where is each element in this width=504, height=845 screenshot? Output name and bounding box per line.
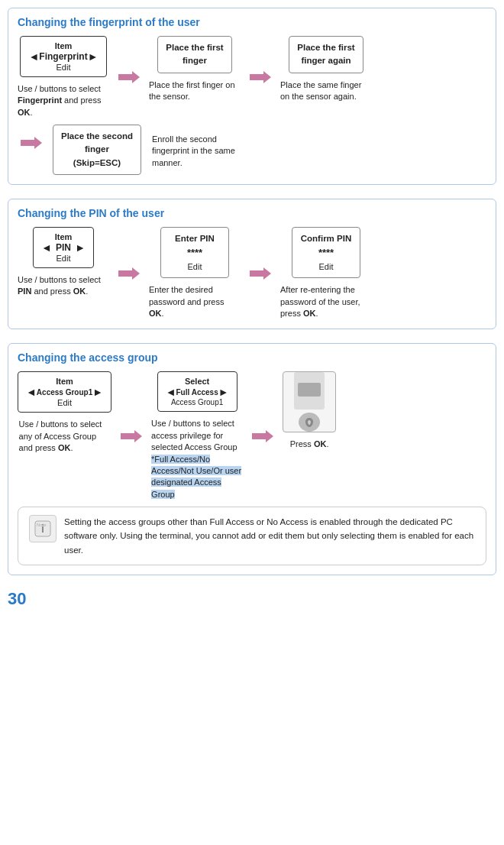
- pin-title: Changing the PIN of the user: [18, 207, 486, 219]
- pin-section: Changing the PIN of the user Item ◄ PIN …: [8, 199, 496, 329]
- access-title: Changing the access group: [18, 351, 486, 364]
- access-select-box: Select ◄ Full Access ► Access Group1: [157, 371, 237, 412]
- fingerprint-item-box: Item ◄ Fingerprint ► Edit: [20, 36, 106, 77]
- svg-marker-2: [21, 137, 42, 149]
- access-section: Changing the access group Item ◄ Access …: [8, 343, 496, 575]
- access-arrow1: [119, 427, 144, 445]
- fp-arrow2: [248, 68, 273, 86]
- fp-place2-line2: finger again: [301, 56, 351, 65]
- pin-enter-mid: ****: [169, 245, 221, 261]
- access-arrow2: [250, 427, 275, 445]
- access-step2: Select ◄ Full Access ► Access Group1 Use…: [151, 371, 243, 500]
- fp-place-box2: Place the first finger again: [289, 36, 363, 73]
- pin-confirm-mid: ****: [300, 245, 352, 261]
- pin-box1-top: Item: [41, 232, 86, 241]
- fp-box1-top: Item: [28, 41, 98, 50]
- fp-step2-desc: Place the first finger on the sensor.: [149, 79, 241, 103]
- fp-place-line1: Place the first: [166, 43, 223, 52]
- pin-confirm-bot: Edit: [300, 261, 352, 274]
- fp-box1-arrows: ◄ Fingerprint ►: [28, 50, 98, 63]
- pin-confirm-top: Confirm PIN: [300, 232, 352, 245]
- access-box2-top: Select: [166, 377, 229, 386]
- fingerprint-step2: Place the first finger Place the first f…: [149, 36, 241, 102]
- pin-step2-desc: Enter the desired password and press OK.: [149, 284, 241, 319]
- pin-step1: Item ◄ PIN ► Edit Use / buttons to selec…: [18, 227, 109, 298]
- pin-box1-bottom: Edit: [41, 254, 86, 263]
- access-step1: Item ◄ Access Group1 ► Edit Use / button…: [18, 371, 111, 454]
- svg-marker-1: [250, 71, 271, 83]
- fp-box1-main: Fingerprint: [39, 51, 87, 62]
- svg-marker-4: [250, 267, 271, 280]
- access-box2-arrows: ◄ Full Access ►: [166, 386, 229, 398]
- access-box1-arrows: ◄ Access Group1 ►: [26, 386, 103, 398]
- svg-marker-6: [252, 430, 273, 442]
- fp-place3-line2: finger: [85, 144, 109, 154]
- pin-right-arrow: ►: [75, 241, 86, 254]
- access2-right-arrow: ►: [218, 386, 229, 398]
- pin-item-box: Item ◄ PIN ► Edit: [33, 227, 94, 268]
- fp-place-box3: Place the second finger (Skip=ESC): [53, 125, 141, 175]
- fp-curve-arrow: [18, 125, 45, 152]
- fingerprint-second-row: Place the second finger (Skip=ESC) Enrol…: [18, 125, 486, 175]
- access-box1-bottom: Edit: [26, 398, 103, 407]
- fp-box1-bottom: Edit: [28, 63, 98, 72]
- access-right-arrow: ►: [92, 386, 103, 398]
- pin-step3: Confirm PIN **** Edit After re-entering …: [280, 227, 372, 319]
- pin-steps-row: Item ◄ PIN ► Edit Use / buttons to selec…: [18, 227, 486, 319]
- access-device-body: [294, 372, 325, 410]
- pin-arrow2: [248, 264, 273, 283]
- fingerprint-section: Changing the fingerprint of the user Ite…: [8, 8, 496, 185]
- note-text: Setting the access groups other than Ful…: [64, 515, 475, 557]
- access-finger-slot: [299, 413, 320, 432]
- fp-right-arrow: ►: [88, 50, 99, 63]
- pin-box1-arrows: ◄ PIN ►: [41, 241, 86, 254]
- fp-step1-desc: Use / buttons to select Fingerprint and …: [18, 83, 109, 118]
- access-step3-desc: Press OK.: [290, 439, 329, 450]
- svg-marker-5: [121, 430, 142, 442]
- pin-enter-box: Enter PIN **** Edit: [160, 227, 229, 278]
- access-box1-main: Access Group1: [37, 388, 92, 397]
- note-box: i Note Setting the access groups other t…: [18, 507, 486, 565]
- access-step1-desc: Use / buttons to select any of Access Gr…: [19, 419, 111, 454]
- fingerprint-step3: Place the first finger again Place the s…: [280, 36, 372, 102]
- access-step3: Press OK.: [283, 371, 336, 450]
- svg-marker-0: [118, 71, 140, 83]
- fp-step4-desc: Enroll the second fingerprint in the sam…: [152, 134, 244, 169]
- pin-enter-top: Enter PIN: [169, 232, 221, 245]
- fp-place2-line1: Place the first: [297, 43, 354, 52]
- access-device-image: [283, 371, 336, 432]
- fp-place3-line1: Place the second: [61, 131, 133, 141]
- access-highlight-text: *Full Access/No Access/Not Use/Or user d…: [151, 455, 241, 499]
- pin-confirm-box: Confirm PIN **** Edit: [292, 227, 360, 278]
- access-box1-top: Item: [26, 377, 103, 386]
- pin-enter-bot: Edit: [169, 261, 221, 274]
- access2-left-arrow: ◄: [166, 386, 176, 398]
- access-step2-desc: Use / buttons to select access privilege…: [151, 418, 243, 500]
- fingerprint-steps-row: Item ◄ Fingerprint ► Edit Use / buttons …: [18, 36, 486, 118]
- pin-step3-desc: After re-entering the password of the us…: [280, 284, 372, 319]
- pin-step2: Enter PIN **** Edit Enter the desired pa…: [149, 227, 241, 319]
- access-box2-bottom: Access Group1: [166, 398, 229, 406]
- pin-arrow1: [117, 264, 141, 283]
- access-box2-main: Full Access: [176, 388, 218, 397]
- fingerprint-step1: Item ◄ Fingerprint ► Edit Use / buttons …: [18, 36, 109, 118]
- page-number: 30: [8, 589, 496, 609]
- note-icon: i Note: [29, 515, 57, 542]
- fp-place-box1: Place the first finger: [157, 36, 231, 73]
- pin-left-arrow: ◄: [41, 241, 52, 254]
- fingerprint-title: Changing the fingerprint of the user: [18, 16, 486, 28]
- svg-text:Note: Note: [37, 523, 47, 527]
- pin-box1-main: PIN: [56, 242, 71, 253]
- fp-place3-line3: (Skip=ESC): [73, 158, 121, 167]
- access-item-box: Item ◄ Access Group1 ► Edit: [18, 371, 111, 413]
- fp-place-line2: finger: [183, 56, 207, 65]
- fp-arrow1: [117, 68, 141, 86]
- access-left-arrow: ◄: [26, 386, 37, 398]
- fingerprint-step4: Place the second finger (Skip=ESC): [53, 125, 141, 175]
- svg-marker-3: [118, 267, 140, 280]
- fp-left-arrow: ◄: [28, 50, 39, 63]
- access-device-screen: [298, 383, 321, 397]
- fp-step3-desc: Place the same finger on the sensor agai…: [280, 79, 372, 103]
- pin-step1-desc: Use / buttons to select PIN and press OK…: [18, 274, 109, 298]
- access-steps-row: Item ◄ Access Group1 ► Edit Use / button…: [18, 371, 486, 500]
